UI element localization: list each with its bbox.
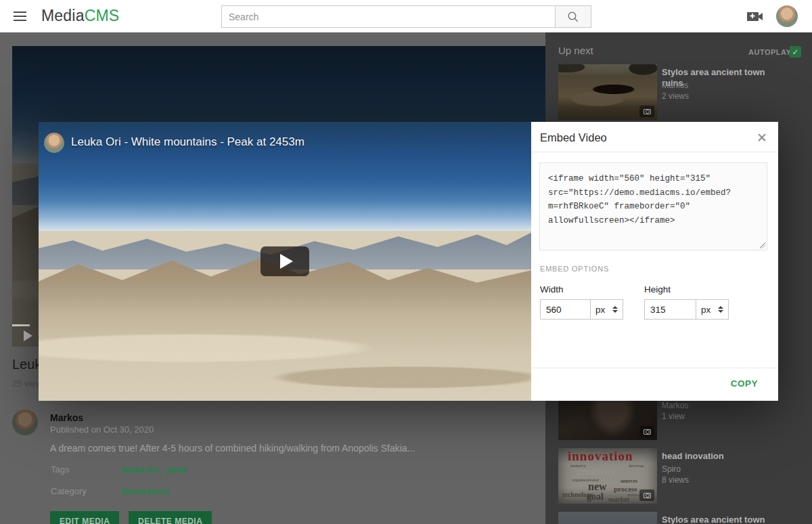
embed-code-line: m=rhfBRkoeC" frameborder="0" [548, 200, 759, 214]
dialog-title: Embed Video [540, 131, 607, 144]
uploader-avatar[interactable] [44, 133, 64, 153]
height-input[interactable] [644, 299, 696, 320]
embed-code-line: <iframe width="560" height="315" [548, 172, 759, 186]
related-thumbnail[interactable] [558, 512, 657, 524]
menu-icon[interactable] [14, 12, 26, 21]
embed-code-line: src="https://demo.mediacms.io/embed? [548, 186, 759, 200]
wordcloud-word: goal [587, 492, 604, 502]
unit-value: px [595, 305, 605, 315]
resize-handle-icon[interactable] [759, 242, 765, 248]
embed-player-title[interactable]: Leuka Ori - White mountains - Peak at 24… [71, 135, 304, 149]
related-thumbnail[interactable] [558, 64, 657, 120]
search-button[interactable] [556, 5, 591, 28]
play-icon [280, 254, 293, 269]
embed-code-line: allowfullscreen></iframe> [548, 214, 759, 228]
copy-button[interactable]: COPY [731, 378, 758, 389]
width-label: Width [540, 284, 564, 294]
media-type-badge [639, 106, 654, 117]
related-video-item[interactable]: Stylos area ancient town ruins Markos 2 … [558, 64, 812, 120]
related-title[interactable]: head inovation [662, 451, 780, 462]
media-type-badge [639, 426, 654, 437]
related-views: 8 views [662, 475, 689, 485]
play-button[interactable] [261, 246, 309, 276]
related-views: 2 views [662, 91, 689, 101]
up-next-heading: Up next [558, 45, 593, 56]
top-navbar: MediaCMS [0, 0, 812, 32]
related-title[interactable]: Stylos area ancient town ruins [662, 515, 780, 524]
delete-media-button[interactable]: DELETE MEDIA [129, 511, 212, 524]
related-author: Spiro [662, 464, 681, 474]
category-link-excursions[interactable]: Excursions [122, 486, 169, 496]
unit-value: px [701, 305, 710, 315]
tags-links: leuka-ori,peak [122, 464, 191, 475]
wordcloud-word: innovation [568, 449, 633, 464]
search-input[interactable] [221, 5, 556, 28]
edit-media-button[interactable]: EDIT MEDIA [50, 511, 119, 524]
width-input[interactable] [540, 299, 591, 320]
tag-link-peak[interactable]: peak [166, 464, 187, 475]
published-date: Published on Oct 30, 2020 [50, 424, 154, 435]
upload-video-icon[interactable] [747, 11, 763, 22]
category-label: Category [51, 486, 87, 496]
search-bar [221, 5, 591, 28]
height-unit-select[interactable]: px [696, 299, 729, 320]
stepper-arrows-icon [612, 306, 618, 313]
divider [531, 152, 778, 152]
logo-media: Media [41, 7, 85, 24]
tags-label: Tags [51, 464, 69, 475]
width-unit-select[interactable]: px [590, 299, 623, 320]
related-video-item[interactable]: Stylos area ancient town ruins [558, 512, 812, 524]
divider [531, 368, 778, 368]
embed-code-textarea[interactable]: <iframe width="560" height="315" src="ht… [539, 162, 767, 250]
embed-dialog: Embed Video ✕ <iframe width="560" height… [531, 122, 778, 401]
camera-icon [644, 429, 651, 435]
author-name[interactable]: Markos [50, 412, 83, 423]
related-thumbnail[interactable]: innovation industry develop creativity o… [558, 448, 657, 504]
author-avatar[interactable] [12, 410, 38, 435]
media-description: A dream comes true! After 4-5 hours of c… [50, 443, 415, 454]
embed-options-label: EMBED OPTIONS [540, 265, 609, 273]
magnifier-icon [567, 11, 579, 23]
camera-icon [644, 493, 651, 498]
related-views: 1 view [662, 412, 685, 421]
logo[interactable]: MediaCMS [41, 7, 119, 25]
stepper-arrows-icon [718, 306, 723, 313]
camera-icon [644, 109, 651, 114]
autoplay-label: AUTOPLAY [748, 48, 791, 56]
media-type-badge [639, 489, 654, 501]
category-links: Excursions [122, 486, 175, 496]
wordcloud-word: sources [621, 478, 637, 484]
related-author: Markos [662, 81, 688, 90]
wordcloud-word: market [608, 496, 629, 503]
autoplay-checkbox[interactable]: ✓ [790, 46, 801, 58]
related-author: Markos [662, 401, 688, 410]
wordcloud-word: creativity [577, 466, 616, 477]
player-play-icon[interactable] [24, 330, 32, 341]
related-video-item[interactable]: innovation industry develop creativity o… [558, 448, 812, 504]
height-label: Height [644, 284, 671, 294]
embed-video-preview[interactable]: Leuka Ori - White mountains - Peak at 24… [39, 122, 531, 401]
wordcloud-word: develop [629, 463, 644, 468]
user-avatar[interactable] [776, 5, 798, 27]
close-icon[interactable]: ✕ [757, 130, 767, 146]
tag-link-leuka-ori[interactable]: leuka-ori, [122, 464, 161, 475]
check-icon: ✓ [792, 47, 798, 57]
logo-cms: CMS [85, 7, 120, 24]
video-progress-bar[interactable] [12, 324, 30, 326]
embed-popup: Leuka Ori - White mountains - Peak at 24… [39, 122, 778, 401]
